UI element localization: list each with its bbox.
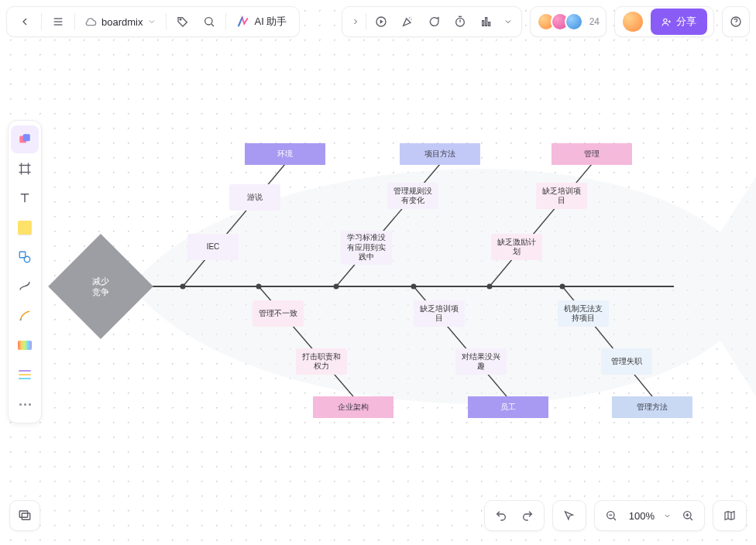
category-mgmt[interactable]: 管理 <box>552 143 632 165</box>
category-env[interactable]: 环境 <box>245 143 325 165</box>
tool-select[interactable] <box>11 125 39 153</box>
celebrate-button[interactable] <box>394 9 421 35</box>
menu-button[interactable] <box>45 9 71 35</box>
cause-method-2[interactable]: 学习标准没有应用到实践中 <box>341 231 392 265</box>
cloud-icon <box>84 15 97 28</box>
tool-more[interactable] <box>11 390 39 418</box>
gradient-icon <box>18 341 32 350</box>
share-label: 分享 <box>676 15 696 29</box>
dots-icon <box>19 403 31 406</box>
svg-rect-26 <box>488 22 490 26</box>
svg-rect-25 <box>485 18 486 26</box>
curve-icon <box>18 279 32 293</box>
bottom-right-wrap: 100% <box>484 500 747 531</box>
separator <box>225 13 226 30</box>
tool-shape[interactable] <box>11 243 39 271</box>
cause-mmethod-2[interactable]: 管理失职 <box>601 348 652 375</box>
category-method[interactable]: 项目方法 <box>400 143 480 165</box>
redo-icon <box>521 509 534 522</box>
svg-marker-20 <box>380 19 383 23</box>
tool-mindmap[interactable] <box>11 331 39 359</box>
tool-sticky[interactable] <box>11 214 39 242</box>
tool-frame[interactable] <box>11 155 39 183</box>
avatar-stack[interactable] <box>537 12 583 31</box>
cause-staff-2[interactable]: 对结果没兴趣 <box>455 348 507 375</box>
svg-point-17 <box>205 18 212 25</box>
undo-icon <box>495 509 507 522</box>
cursor-icon <box>563 510 575 522</box>
cause-org-1[interactable]: 管理不一致 <box>253 300 304 327</box>
expand-toggle[interactable] <box>347 9 364 35</box>
minimap-group <box>713 500 747 531</box>
redo-button[interactable] <box>514 502 541 529</box>
chevron-down-icon <box>147 17 156 26</box>
separator <box>74 13 75 30</box>
cause-org-2[interactable]: 打击职责和权力 <box>296 348 347 375</box>
more-tools-dropdown[interactable] <box>500 9 517 35</box>
back-button[interactable] <box>12 9 38 35</box>
help-group <box>722 6 750 37</box>
svg-rect-24 <box>482 21 483 26</box>
zoom-level[interactable]: 100% <box>624 510 659 522</box>
comment-button[interactable] <box>421 9 447 35</box>
top-left-group: boardmix AI 助手 <box>6 6 300 37</box>
timer-button[interactable] <box>447 9 473 35</box>
tool-connector[interactable] <box>11 272 39 300</box>
undo-button[interactable] <box>488 502 514 529</box>
svg-point-31 <box>735 24 736 25</box>
tool-text[interactable] <box>11 184 39 212</box>
brand-cards-icon <box>18 132 32 146</box>
chevron-down-icon <box>663 512 672 520</box>
minimap-button[interactable] <box>716 502 743 529</box>
tag-button[interactable] <box>170 9 196 35</box>
top-right-tool-group <box>342 6 522 37</box>
slides-panel-toggle[interactable] <box>9 500 40 531</box>
category-mmethod[interactable]: 管理方法 <box>612 396 692 418</box>
svg-point-41 <box>24 256 30 262</box>
cause-env-2[interactable]: IEC <box>187 234 239 260</box>
help-button[interactable] <box>723 9 749 35</box>
confetti-icon <box>401 15 414 28</box>
cause-mgmt-1[interactable]: 缺乏培训项目 <box>536 183 587 209</box>
zoom-dropdown[interactable] <box>659 502 675 529</box>
history-group <box>484 500 545 531</box>
search-button[interactable] <box>196 9 222 35</box>
sticky-icon <box>18 221 32 235</box>
chevron-down-icon <box>503 17 513 26</box>
cause-method-1[interactable]: 管理规则没有变化 <box>387 183 438 209</box>
svg-point-21 <box>455 18 464 26</box>
category-staff[interactable]: 员工 <box>468 396 548 418</box>
text-icon <box>18 191 32 205</box>
zoom-out-icon <box>605 509 617 522</box>
file-chip[interactable]: boardmix <box>78 9 163 35</box>
user-plus-icon <box>662 17 672 27</box>
vote-button[interactable] <box>473 9 500 35</box>
ai-assistant-chip[interactable]: AI 助手 <box>229 9 294 35</box>
svg-line-18 <box>211 24 214 26</box>
present-button[interactable] <box>368 9 394 35</box>
top-bar: boardmix AI 助手 <box>6 6 750 37</box>
presence-count: 24 <box>589 16 600 27</box>
cause-mgmt-2[interactable]: 缺乏激励计划 <box>491 234 542 260</box>
cause-mmethod-1[interactable]: 机制无法支持项目 <box>558 300 609 327</box>
ai-logo-icon <box>237 15 249 28</box>
category-org[interactable]: 企业架构 <box>313 396 393 418</box>
tool-templates[interactable] <box>11 361 39 389</box>
poll-icon <box>480 15 493 28</box>
chevron-left-icon <box>19 15 31 28</box>
zoom-group: 100% <box>594 500 705 531</box>
current-user-avatar[interactable] <box>621 10 644 33</box>
tool-pen[interactable] <box>11 302 39 330</box>
zoom-in-button[interactable] <box>675 502 701 529</box>
cause-env-1[interactable]: 游说 <box>229 184 280 211</box>
zoom-out-button[interactable] <box>598 502 624 529</box>
cause-staff-1[interactable]: 缺乏培训项目 <box>414 300 465 327</box>
tag-icon <box>177 15 189 28</box>
share-button[interactable]: 分享 <box>651 9 707 35</box>
cursor-group <box>552 500 586 531</box>
timer-icon <box>454 15 466 28</box>
cursor-mode-button[interactable] <box>556 502 582 529</box>
frame-icon <box>18 162 32 176</box>
search-icon <box>203 15 215 28</box>
presence-group: 24 <box>530 6 607 37</box>
